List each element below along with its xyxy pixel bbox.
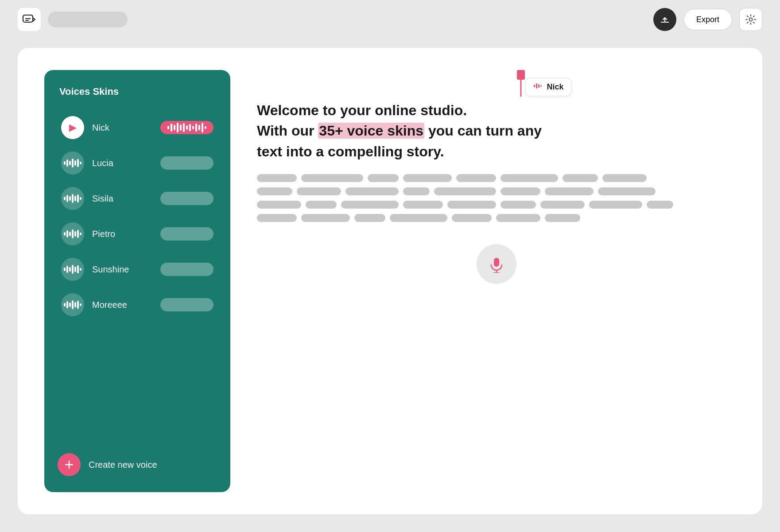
voice-icon-nick: ▶ [61,116,84,139]
text-pre-highlight: With our [257,123,318,139]
placeholder-block [501,201,536,209]
logo-icon [18,8,41,31]
create-new-label: Create new voice [89,460,157,470]
voice-waveform-nick [160,121,213,134]
placeholder-block [368,174,399,182]
placeholder-block [403,174,452,182]
editor-area: Nick Welcome to your online studio. With… [257,70,736,492]
placeholder-block [257,174,297,182]
svg-rect-3 [536,83,537,89]
mic-container [257,244,736,284]
voice-item-nick[interactable]: ▶ Nick [58,110,217,145]
voice-name-lucia: Lucia [92,158,152,168]
placeholder-block [306,201,337,209]
voice-icon-pietro [61,222,84,245]
svg-rect-5 [540,85,542,87]
voice-item-moreeee[interactable]: Moreeee [58,287,217,322]
upload-button[interactable] [653,8,676,31]
voice-icon-moreeee [61,293,84,316]
cursor-container: Nick [306,70,736,97]
cursor-tooltip: Nick [525,78,571,96]
placeholder-block [257,187,292,195]
placeholder-block [563,174,598,182]
voice-item-pietro[interactable]: Pietro [58,216,217,252]
text-line2: With our 35+ voice skins you can turn an… [257,120,736,141]
export-button[interactable]: Export [683,9,732,30]
placeholder-row-2 [257,187,736,195]
placeholder-block [434,187,496,195]
text-line3: text into a compelling story. [257,141,736,162]
placeholder-row-1 [257,174,736,182]
voice-waveform-pietro [160,227,213,241]
placeholder-block [257,214,297,222]
cursor-line [520,70,521,97]
plus-icon [58,453,81,476]
placeholder-block [545,214,580,222]
svg-point-1 [749,18,753,21]
studio-card: Voices Skins ▶ Nick [18,48,762,514]
placeholder-block [257,201,301,209]
placeholder-block [545,187,594,195]
voice-name-nick: Nick [92,123,152,133]
voice-waveform-sunshine [160,263,213,276]
editor-main-text: Welcome to your online studio. With our … [257,100,736,162]
header: Export [0,0,780,39]
voice-name-sisila: Sisila [92,194,152,204]
voice-name-moreeee: Moreeee [92,300,152,310]
settings-button[interactable] [739,8,762,31]
voice-waveform-sisila [160,192,213,205]
placeholder-block [297,187,341,195]
placeholder-block [456,174,496,182]
voice-item-sisila[interactable]: Sisila [58,181,217,216]
svg-rect-6 [494,258,499,267]
main-content: Voices Skins ▶ Nick [0,39,780,532]
placeholder-lines [257,174,736,222]
mic-button[interactable] [477,244,516,284]
voices-title: Voices Skins [58,86,217,97]
placeholder-block [403,201,443,209]
text-highlight: 35+ voice skins [318,123,424,139]
placeholder-block [602,174,647,182]
voice-icon-sisila [61,187,84,210]
placeholder-block [452,214,492,222]
svg-rect-2 [534,85,535,87]
placeholder-block [540,201,585,209]
text-line1: Welcome to your online studio. [257,100,736,120]
placeholder-block [301,174,363,182]
placeholder-row-4 [257,214,736,222]
voice-item-lucia[interactable]: Lucia [58,145,217,181]
placeholder-block [390,214,447,222]
placeholder-block [501,187,540,195]
tooltip-wave-icon [533,81,543,93]
placeholder-block [341,201,399,209]
voice-waveform-moreeee [160,298,213,311]
voice-name-sunshine: Sunshine [92,264,152,275]
tooltip-voice-name: Nick [547,82,564,92]
voices-panel: Voices Skins ▶ Nick [44,70,230,492]
placeholder-block [598,187,656,195]
voice-waveform-lucia [160,156,213,170]
voice-item-sunshine[interactable]: Sunshine [58,252,217,287]
text-post-highlight: you can turn any [424,123,542,139]
placeholder-block [354,214,385,222]
placeholder-block [496,214,540,222]
placeholder-block [647,201,673,209]
placeholder-block [501,174,558,182]
voice-icon-sunshine [61,258,84,281]
placeholder-block [403,187,430,195]
header-left [18,8,128,31]
voice-icon-lucia [61,151,84,175]
svg-rect-4 [538,84,539,88]
placeholder-block [345,187,399,195]
create-new-voice-button[interactable]: Create new voice [58,439,217,476]
placeholder-row-3 [257,201,736,209]
placeholder-block [301,214,350,222]
header-right: Export [653,8,762,31]
placeholder-block [589,201,642,209]
title-input[interactable] [48,12,128,27]
placeholder-block [447,201,496,209]
voice-name-pietro: Pietro [92,229,152,239]
